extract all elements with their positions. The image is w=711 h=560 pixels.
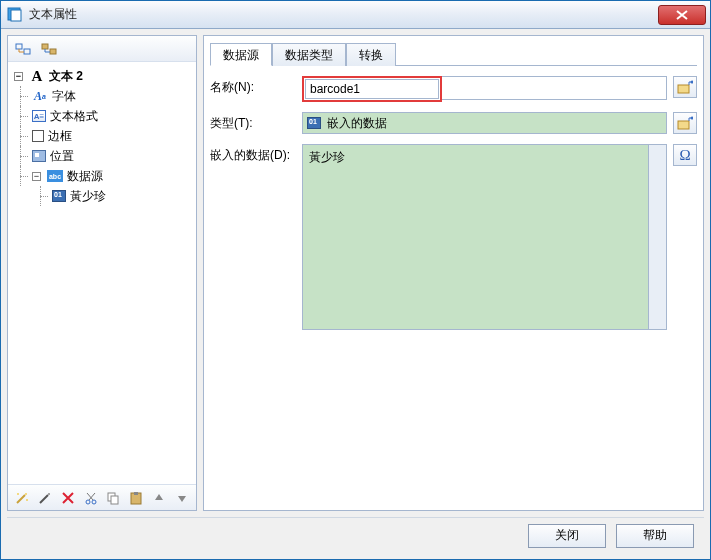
window-title: 文本属性: [29, 6, 658, 23]
content: − A 文本 2 Aa 字体 A≡ 文本格式 边框: [1, 29, 710, 559]
row-embed: 嵌入的数据(D): ▲ ▼ Ω: [210, 144, 697, 330]
tree-item-label: 边框: [48, 128, 72, 145]
delete-button[interactable]: [58, 487, 79, 509]
tree-root-label: 文本 2: [49, 68, 83, 85]
text-a-icon: A: [29, 68, 45, 84]
tree-item-format[interactable]: A≡ 文本格式: [10, 106, 194, 126]
svg-point-10: [86, 500, 90, 504]
left-panel: − A 文本 2 Aa 字体 A≡ 文本格式 边框: [7, 35, 197, 511]
type-value: 嵌入的数据: [327, 115, 387, 132]
type-label: 类型(T):: [210, 112, 294, 132]
app-icon: [7, 7, 23, 23]
tree-item-border[interactable]: 边框: [10, 126, 194, 146]
right-panel: 数据源 数据类型 转换 名称(N):: [203, 35, 704, 511]
map-toggle-button[interactable]: [12, 38, 34, 60]
omega-icon: Ω: [679, 147, 690, 164]
tree-item-label: 位置: [50, 148, 74, 165]
tab-transform[interactable]: 转换: [346, 43, 396, 66]
name-highlight: [302, 76, 442, 102]
paste-button[interactable]: [126, 487, 147, 509]
embed-textarea[interactable]: [309, 149, 640, 325]
name-label: 名称(N):: [210, 76, 294, 96]
embedded-data-icon: [52, 190, 66, 202]
tree-item-position[interactable]: 位置: [10, 146, 194, 166]
svg-rect-5: [50, 49, 56, 54]
window: 文本属性 − A 文本: [0, 0, 711, 560]
font-icon: Aa: [32, 88, 48, 104]
omega-button[interactable]: Ω: [673, 144, 697, 166]
tree-root[interactable]: − A 文本 2: [10, 66, 194, 86]
collapse-icon[interactable]: −: [14, 72, 23, 81]
copy-button[interactable]: [103, 487, 124, 509]
svg-point-9: [48, 493, 50, 495]
type-picker-button[interactable]: [673, 112, 697, 134]
svg-rect-2: [16, 44, 22, 49]
svg-rect-3: [24, 49, 30, 54]
close-button[interactable]: 关闭: [528, 524, 606, 548]
main-row: − A 文本 2 Aa 字体 A≡ 文本格式 边框: [7, 35, 704, 511]
titlebar: 文本属性: [1, 1, 710, 29]
move-down-button[interactable]: [171, 487, 192, 509]
name-picker-button[interactable]: [673, 76, 697, 98]
tab-label: 数据源: [223, 48, 259, 62]
svg-rect-18: [678, 121, 689, 129]
svg-rect-16: [678, 85, 689, 93]
tree-item-datasource[interactable]: − abc 数据源: [10, 166, 194, 186]
name-input[interactable]: [305, 79, 439, 99]
name-input-extension[interactable]: [442, 76, 667, 100]
svg-point-6: [25, 493, 27, 495]
position-icon: [32, 150, 46, 162]
type-field[interactable]: 嵌入的数据: [302, 112, 667, 134]
svg-point-19: [691, 117, 694, 120]
tabs: 数据源 数据类型 转换: [210, 42, 697, 66]
footer: 关闭 帮助: [7, 517, 704, 553]
tree-item-font[interactable]: Aa 字体: [10, 86, 194, 106]
cut-button[interactable]: [80, 487, 101, 509]
wand-button[interactable]: [12, 487, 33, 509]
datasource-icon: abc: [47, 170, 63, 182]
svg-rect-13: [111, 496, 118, 504]
format-icon: A≡: [32, 110, 46, 122]
close-window-button[interactable]: [658, 5, 706, 25]
embed-label: 嵌入的数据(D):: [210, 144, 294, 164]
wizard-button[interactable]: [35, 487, 56, 509]
svg-point-11: [92, 500, 96, 504]
tree-item-label: 数据源: [67, 168, 103, 185]
map-copy-button[interactable]: [38, 38, 60, 60]
tab-datatype[interactable]: 数据类型: [272, 43, 346, 66]
tree-item-label: 字体: [52, 88, 76, 105]
left-toolbar: [8, 36, 196, 62]
svg-point-7: [17, 493, 19, 495]
svg-rect-15: [134, 492, 138, 495]
scroll-down-button[interactable]: ▼: [649, 312, 666, 329]
svg-point-17: [691, 81, 694, 84]
help-button[interactable]: 帮助: [616, 524, 694, 548]
embedded-data-icon: [307, 117, 321, 129]
svg-point-8: [26, 499, 28, 501]
row-type: 类型(T): 嵌入的数据: [210, 112, 697, 134]
tab-datasource[interactable]: 数据源: [210, 43, 272, 66]
tree: − A 文本 2 Aa 字体 A≡ 文本格式 边框: [8, 62, 196, 484]
tree-item-label: 黃少珍: [70, 188, 106, 205]
border-icon: [32, 130, 44, 142]
row-name: 名称(N):: [210, 76, 697, 102]
scroll-up-button[interactable]: ▲: [649, 145, 666, 162]
tab-label: 转换: [359, 48, 383, 62]
tree-item-label: 文本格式: [50, 108, 98, 125]
collapse-icon[interactable]: −: [32, 172, 41, 181]
move-up-button[interactable]: [149, 487, 170, 509]
tab-label: 数据类型: [285, 48, 333, 62]
svg-rect-1: [11, 10, 21, 21]
left-bottom-toolbar: [8, 484, 196, 510]
tree-item-data-child[interactable]: 黃少珍: [10, 186, 194, 206]
embed-textarea-wrap: ▲ ▼: [302, 144, 667, 330]
svg-rect-4: [42, 44, 48, 49]
